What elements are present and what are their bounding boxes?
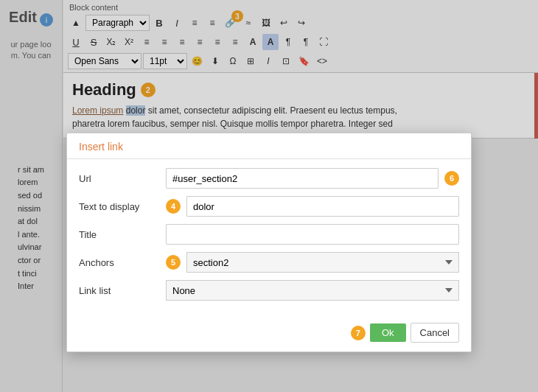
anchors-row: Anchors 5 section2 xyxy=(79,252,459,273)
title-label: Title xyxy=(79,229,160,240)
link-list-label: Link list xyxy=(79,285,160,296)
badge-7: 7 xyxy=(351,326,366,340)
dialog-footer: 7 Ok Cancel xyxy=(67,317,471,351)
dialog-header: Insert link xyxy=(67,133,471,159)
text-display-input[interactable] xyxy=(186,196,459,217)
text-display-label: Text to display xyxy=(79,201,160,212)
badge-5: 5 xyxy=(166,255,181,270)
text-display-row: Text to display 4 xyxy=(79,196,459,217)
title-input[interactable] xyxy=(166,224,459,245)
insert-link-dialog: Insert link Url 6 Text to display 4 Titl… xyxy=(66,133,472,352)
ok-button[interactable]: Ok xyxy=(370,323,406,342)
dialog-body: Url 6 Text to display 4 Title Anchors 5 xyxy=(67,159,471,317)
title-row: Title xyxy=(79,224,459,245)
badge-6: 6 xyxy=(444,171,459,186)
url-input[interactable] xyxy=(166,168,439,189)
url-row: Url 6 xyxy=(79,168,459,189)
anchors-label: Anchors xyxy=(79,257,160,268)
anchors-select[interactable]: section2 xyxy=(186,252,459,273)
dialog-overlay: Insert link Url 6 Text to display 4 Titl… xyxy=(0,0,538,392)
badge-4: 4 xyxy=(166,199,181,214)
url-label: Url xyxy=(79,173,160,184)
cancel-button[interactable]: Cancel xyxy=(411,323,459,343)
dialog-title: Insert link xyxy=(79,141,123,153)
link-list-row: Link list None xyxy=(79,280,459,301)
link-list-select[interactable]: None xyxy=(166,280,459,301)
